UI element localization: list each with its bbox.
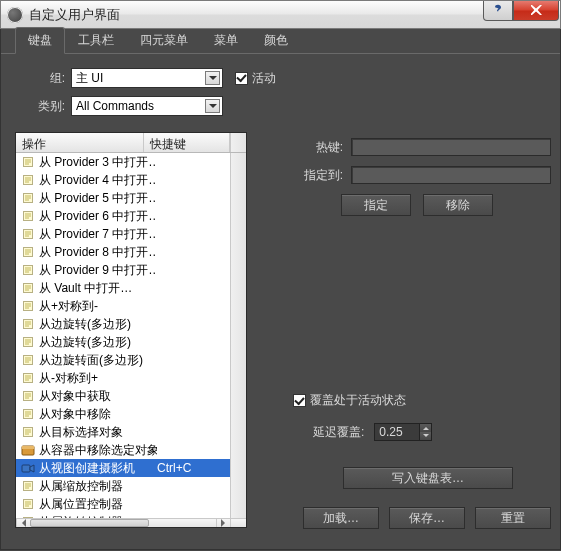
tab-toolbars[interactable]: 工具栏 — [65, 27, 127, 53]
assigned-to-input[interactable] — [351, 166, 551, 184]
reset-button[interactable]: 重置 — [475, 507, 551, 529]
load-button[interactable]: 加载… — [303, 507, 379, 529]
default-icon — [20, 226, 36, 242]
category-select[interactable]: All Commands — [71, 96, 223, 116]
app-icon — [7, 7, 23, 23]
hotkey-label: 热键: — [283, 139, 343, 156]
list-item[interactable]: 从属缩放控制器 — [16, 477, 230, 495]
save-button[interactable]: 保存… — [389, 507, 465, 529]
group-label: 组: — [21, 70, 65, 87]
list-item-op: 从 Provider 7 中打开… — [39, 226, 157, 243]
default-icon — [20, 208, 36, 224]
default-icon — [20, 388, 36, 404]
default-icon — [20, 424, 36, 440]
horizontal-scrollbar[interactable] — [16, 518, 246, 527]
close-button[interactable] — [513, 1, 559, 21]
assigned-to-label: 指定到: — [283, 167, 343, 184]
delay-spinner[interactable]: 0.25 — [374, 423, 432, 441]
help-button[interactable] — [483, 1, 513, 21]
default-icon — [20, 280, 36, 296]
active-checkbox-label: 活动 — [252, 70, 276, 87]
hscroll-left-button[interactable] — [16, 519, 30, 527]
list-item[interactable]: 从属旋转控制器 — [16, 513, 230, 518]
list-item-op: 从边旋转(多边形) — [39, 334, 157, 351]
col-shortcut[interactable]: 快捷键 — [144, 133, 230, 152]
vertical-scrollbar[interactable] — [230, 153, 246, 518]
list-item-op: 从对象中移除 — [39, 406, 157, 423]
spinner-up-button[interactable] — [420, 424, 431, 432]
list-item-op: 从容器中移除选定对象 — [39, 442, 157, 459]
tab-menus[interactable]: 菜单 — [201, 27, 251, 53]
svg-rect-18 — [22, 465, 30, 472]
delay-label: 延迟覆盖: — [313, 424, 364, 441]
list-item[interactable]: 从 Provider 9 中打开… — [16, 261, 230, 279]
group-select-value: 主 UI — [76, 70, 103, 87]
default-icon — [20, 406, 36, 422]
list-item[interactable]: 从 Provider 5 中打开… — [16, 189, 230, 207]
list-item[interactable]: 从容器中移除选定对象 — [16, 441, 230, 459]
remove-button[interactable]: 移除 — [423, 194, 493, 216]
list-item[interactable]: 从-对称到+ — [16, 369, 230, 387]
write-keyboard-chart-button[interactable]: 写入键盘表… — [343, 467, 513, 489]
group-select[interactable]: 主 UI — [71, 68, 223, 88]
list-item-op: 从边旋转面(多边形) — [39, 352, 157, 369]
list-item-op: 从 Provider 5 中打开… — [39, 190, 157, 207]
default-icon — [20, 298, 36, 314]
list-item[interactable]: 从 Provider 3 中打开… — [16, 153, 230, 171]
list-item-shortcut: Ctrl+C — [157, 461, 191, 475]
list-item[interactable]: 从边旋转(多边形) — [16, 333, 230, 351]
list-item[interactable]: 从 Provider 4 中打开… — [16, 171, 230, 189]
list-item[interactable]: 从对象中获取 — [16, 387, 230, 405]
list-item[interactable]: 从视图创建摄影机Ctrl+C — [16, 459, 230, 477]
col-operation[interactable]: 操作 — [16, 133, 144, 152]
list-item-op: 从 Provider 4 中打开… — [39, 172, 157, 189]
list-item[interactable]: 从 Provider 7 中打开… — [16, 225, 230, 243]
list-item[interactable]: 从 Provider 6 中打开… — [16, 207, 230, 225]
spinner-down-button[interactable] — [420, 432, 431, 440]
chevron-down-icon — [205, 71, 220, 85]
list-item-op: 从 Provider 8 中打开… — [39, 244, 157, 261]
default-icon — [20, 514, 36, 518]
list-item-op: 从 Provider 9 中打开… — [39, 262, 157, 279]
assign-button[interactable]: 指定 — [341, 194, 411, 216]
list-item-op: 从目标选择对象 — [39, 424, 157, 441]
delay-value: 0.25 — [379, 425, 402, 439]
list-item[interactable]: 从+对称到- — [16, 297, 230, 315]
list-item-op: 从属缩放控制器 — [39, 478, 157, 495]
hotkey-input[interactable] — [351, 138, 551, 156]
list-item-op: 从属位置控制器 — [39, 496, 157, 513]
list-item[interactable]: 从目标选择对象 — [16, 423, 230, 441]
list-item-op: 从视图创建摄影机 — [39, 460, 157, 477]
override-active-checkbox[interactable] — [293, 394, 306, 407]
list-item[interactable]: 从边旋转(多边形) — [16, 315, 230, 333]
active-checkbox[interactable] — [235, 72, 248, 85]
list-body[interactable]: 从 Provider 3 中打开…从 Provider 4 中打开…从 Prov… — [16, 153, 230, 518]
chevron-down-icon — [205, 99, 220, 113]
default-icon — [20, 352, 36, 368]
camera-icon — [20, 460, 36, 476]
list-item[interactable]: 从属位置控制器 — [16, 495, 230, 513]
hscroll-thumb[interactable] — [30, 519, 149, 527]
default-icon — [20, 496, 36, 512]
list-item-op: 从-对称到+ — [39, 370, 157, 387]
list-item-op: 从 Vault 中打开… — [39, 280, 157, 297]
list-item[interactable]: 从对象中移除 — [16, 405, 230, 423]
container-icon — [20, 442, 36, 458]
tab-keyboard[interactable]: 键盘 — [15, 27, 65, 54]
window-title: 自定义用户界面 — [29, 6, 483, 24]
svg-rect-17 — [22, 446, 34, 449]
tab-colors[interactable]: 颜色 — [251, 27, 301, 53]
list-item-op: 从属旋转控制器 — [39, 514, 157, 519]
list-item[interactable]: 从边旋转面(多边形) — [16, 351, 230, 369]
default-icon — [20, 172, 36, 188]
hscroll-right-button[interactable] — [216, 519, 230, 527]
default-icon — [20, 334, 36, 350]
list-item[interactable]: 从 Vault 中打开… — [16, 279, 230, 297]
list-item-op: 从 Provider 3 中打开… — [39, 154, 157, 171]
default-icon — [20, 262, 36, 278]
list-item[interactable]: 从 Provider 8 中打开… — [16, 243, 230, 261]
tab-quads[interactable]: 四元菜单 — [127, 27, 201, 53]
list-item-op: 从+对称到- — [39, 298, 157, 315]
actions-listview[interactable]: 操作 快捷键 从 Provider 3 中打开…从 Provider 4 中打开… — [15, 132, 247, 528]
tab-bar: 键盘 工具栏 四元菜单 菜单 颜色 — [1, 31, 560, 54]
